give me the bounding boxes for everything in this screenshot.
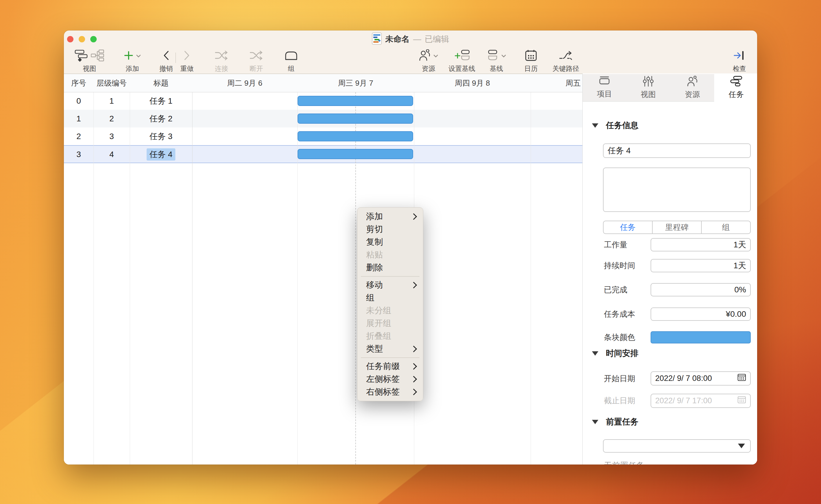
chevron-right-icon <box>184 51 190 62</box>
group-label: 组 <box>288 64 295 73</box>
duration-input[interactable] <box>651 259 751 272</box>
menu-item-delete[interactable]: 删除 <box>357 261 423 274</box>
predecessor-dropdown[interactable] <box>603 439 751 453</box>
calendar-icon <box>525 49 537 63</box>
menu-item-add[interactable]: 添加 <box>357 210 423 223</box>
calendar-label: 日历 <box>524 64 538 73</box>
view-label: 视图 <box>83 64 96 73</box>
inspect-icon <box>734 51 745 61</box>
gantt-bar-task1[interactable] <box>298 96 413 106</box>
disconnect-icon <box>249 50 263 62</box>
person-icon <box>687 76 698 88</box>
disclosure-triangle-icon[interactable] <box>592 351 598 356</box>
cell-title: 任务 1 <box>130 92 192 110</box>
tab-task[interactable]: 任务 <box>729 76 744 100</box>
menu-item-group[interactable]: 组 <box>357 291 423 304</box>
window-title: 未命名 <box>385 34 410 45</box>
undo-button[interactable]: 撤销 <box>159 50 173 73</box>
gantt-bar-task3[interactable] <box>298 131 413 141</box>
toolbar-divider <box>175 53 176 63</box>
redo-button[interactable]: 重做 <box>180 50 194 73</box>
critical-path-button[interactable]: 关键路径 <box>552 50 579 73</box>
inspect-button[interactable]: 检查 <box>733 50 746 73</box>
header-level[interactable]: 层级编号 <box>93 74 130 92</box>
set-baseline-icon <box>454 49 470 63</box>
cell-num: 1 <box>64 110 93 127</box>
add-button[interactable]: 添加 <box>124 50 141 73</box>
task-cost-input[interactable] <box>651 307 751 321</box>
disclosure-triangle-icon[interactable] <box>592 123 598 128</box>
header-num[interactable]: 序号 <box>64 74 93 92</box>
critical-path-label: 关键路径 <box>552 64 579 73</box>
cell-title: 任务 4 <box>130 145 192 163</box>
menu-item-task-prefix[interactable]: 任务前缀 <box>357 360 423 373</box>
calendar-button[interactable]: 日历 <box>524 50 538 73</box>
effort-label: 工作量 <box>604 238 627 251</box>
menu-item-cut[interactable]: 剪切 <box>357 223 423 236</box>
header-title[interactable]: 标题 <box>130 74 192 92</box>
menu-divider <box>361 357 419 358</box>
set-baseline-button[interactable]: 设置基线 <box>449 50 475 73</box>
project-icon <box>599 76 610 87</box>
tab-project[interactable]: 项目 <box>597 76 612 99</box>
section-task-info[interactable]: 任务信息 <box>592 120 638 131</box>
task-notes-textarea[interactable] <box>603 168 751 212</box>
resources-button[interactable]: 资源 <box>419 50 438 73</box>
menu-divider <box>361 276 419 277</box>
group-button[interactable]: 组 <box>285 50 298 73</box>
connect-label: 连接 <box>215 64 228 73</box>
section-predecessors[interactable]: 前置任务 <box>592 416 638 427</box>
cell-level: 1 <box>93 92 130 110</box>
baseline-button[interactable]: 基线 <box>487 50 506 73</box>
critical-path-icon <box>559 50 573 62</box>
start-date-input[interactable]: 2022/ 9/ 7 08:00 <box>651 371 751 386</box>
completed-input[interactable] <box>651 283 751 296</box>
menu-item-move[interactable]: 移动 <box>357 279 423 291</box>
document-icon <box>372 33 382 46</box>
segment-task[interactable]: 任务 <box>604 221 652 233</box>
network-view-icon <box>91 49 104 63</box>
add-label: 添加 <box>126 64 139 73</box>
group-icon <box>285 50 298 62</box>
task-bars-icon <box>730 76 742 88</box>
menu-item-collapse-group: 折叠组 <box>357 330 423 343</box>
segment-group[interactable]: 组 <box>701 221 750 233</box>
menu-item-type[interactable]: 类型 <box>357 343 423 355</box>
toolbar: 视图 添加 撤销 重做 连接 <box>64 48 757 74</box>
cell-level: 4 <box>93 145 130 163</box>
view-button[interactable]: 视图 <box>75 50 104 73</box>
section-schedule[interactable]: 时间安排 <box>592 348 638 359</box>
edited-status: 已编辑 <box>425 34 449 45</box>
completed-label: 已完成 <box>604 283 627 296</box>
segment-milestone[interactable]: 里程碑 <box>652 221 701 233</box>
calendar-icon[interactable] <box>737 374 746 383</box>
cell-num: 3 <box>64 145 93 163</box>
baseline-label: 基线 <box>490 64 503 73</box>
selected-text-highlight[interactable]: 任务 4 <box>147 148 175 161</box>
titlebar[interactable]: 未命名 — 已编辑 <box>64 30 757 48</box>
menu-item-copy[interactable]: 复制 <box>357 236 423 249</box>
end-date-label: 截止日期 <box>604 394 635 407</box>
calendar-icon <box>737 396 746 406</box>
menu-item-expand-group: 展开组 <box>357 317 423 330</box>
tab-view[interactable]: 视图 <box>641 76 656 100</box>
gantt-bar-task2[interactable] <box>298 114 413 124</box>
bar-color-well[interactable] <box>651 331 751 343</box>
gantt-bar-task4[interactable] <box>298 149 413 159</box>
disclosure-triangle-icon[interactable] <box>592 420 598 424</box>
cell-title: 任务 3 <box>130 127 192 145</box>
plus-icon <box>124 51 133 61</box>
chevron-down-icon <box>501 53 506 59</box>
gantt-view-icon <box>75 49 88 63</box>
tab-resources[interactable]: 资源 <box>685 76 700 100</box>
chevron-left-icon <box>163 51 169 62</box>
effort-input[interactable] <box>651 238 751 251</box>
menu-item-left-label[interactable]: 左侧标签 <box>357 373 423 386</box>
dropdown-arrow-icon <box>738 444 745 448</box>
app-window: 未命名 — 已编辑 视图 添加 <box>64 30 757 465</box>
gantt-gridline <box>531 74 531 465</box>
gantt-date-fri: 周五 <box>531 74 581 92</box>
start-date-label: 开始日期 <box>604 371 635 386</box>
task-name-input[interactable] <box>603 143 751 158</box>
menu-item-right-label[interactable]: 右侧标签 <box>357 386 423 398</box>
